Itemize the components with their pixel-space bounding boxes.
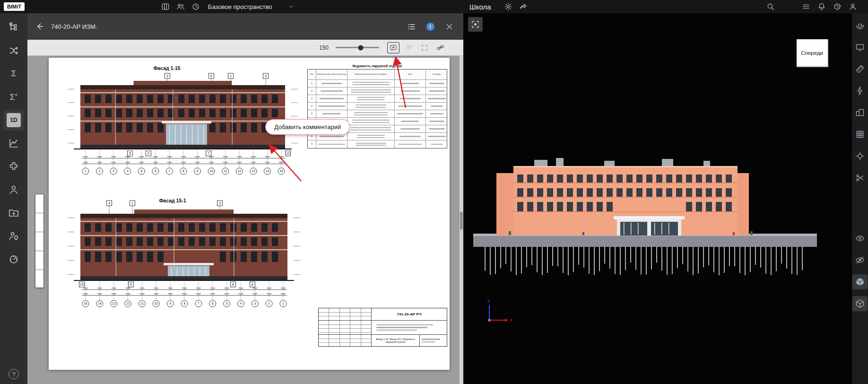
recent-clock-icon[interactable] [833, 2, 842, 11]
menu-icon[interactable] [801, 2, 811, 11]
locate-icon[interactable] [852, 148, 868, 164]
vertical-scrollbar[interactable] [460, 56, 463, 384]
app-logo[interactable]: BIMiT [4, 2, 25, 11]
notifications-bell-icon[interactable] [817, 2, 826, 11]
add-comment-button[interactable] [387, 42, 399, 53]
space-selector-label: Базовое пространство [208, 3, 272, 10]
comment-list-icon[interactable] [403, 42, 415, 54]
search-button[interactable] [766, 0, 775, 13]
svg-text:14: 14 [266, 169, 269, 173]
svg-text:11: 11 [224, 169, 227, 173]
eye-off-icon[interactable] [852, 253, 868, 268]
link-lock-icon[interactable] [434, 42, 446, 54]
chevron-down-icon [288, 4, 294, 9]
orbit-icon[interactable] [852, 18, 868, 33]
user-icon[interactable] [3, 179, 24, 200]
svg-text:8: 8 [183, 302, 185, 305]
close-icon[interactable] [443, 21, 455, 32]
zoom-slider-thumb[interactable] [358, 45, 364, 50]
clip-scissors-icon[interactable] [852, 170, 868, 185]
right-toolbar [852, 13, 868, 384]
eye-icon[interactable] [852, 231, 868, 246]
svg-text:10: 10 [210, 169, 214, 173]
svg-text:1: 1 [282, 302, 284, 305]
sheet-caption: Фасад 1-15, Фасад 15-1. Ведомость наружн… [372, 335, 419, 346]
measure-icon[interactable] [852, 61, 868, 77]
chart-icon[interactable] [3, 133, 24, 154]
plugins-icon[interactable] [3, 156, 24, 177]
finish-table: Ведомость наружной отделки Поз.Наименова… [307, 63, 447, 148]
finish-table-row: 9 [308, 140, 447, 148]
facade-bottom-title: Фасад 15-1 [144, 198, 201, 203]
cube-solid-icon[interactable] [852, 274, 868, 289]
svg-text:8: 8 [182, 169, 184, 173]
focus-target-button[interactable] [468, 17, 483, 32]
bolt-icon[interactable] [852, 83, 868, 98]
viewport-3d[interactable]: ZX Спереди [463, 13, 852, 384]
viewer-header: 740-20-АР ИЗМ. [27, 13, 463, 40]
svg-text:7: 7 [198, 302, 200, 305]
drawing-canvas[interactable]: 1234567891011121314153514527101514131211… [27, 56, 463, 384]
drawing-page: 1234567891011121314153514527101514131211… [49, 58, 450, 370]
svg-text:1: 1 [131, 201, 133, 205]
sheet-list-icon[interactable] [406, 21, 417, 32]
svg-text:13: 13 [252, 169, 255, 173]
finish-table-row: 5 [308, 110, 447, 118]
profile-icon[interactable] [848, 2, 858, 11]
finish-table-header: Поз.Наименование элемента фасадаНаименов… [308, 70, 447, 80]
binding-stamp-strip [35, 194, 44, 288]
apps-icon[interactable] [161, 2, 170, 11]
svg-text:10: 10 [286, 152, 290, 155]
viewcube-front-face[interactable]: Спереди [797, 39, 828, 67]
svg-text:14: 14 [98, 302, 102, 305]
links-icon[interactable] [3, 40, 24, 61]
svg-text:12: 12 [238, 169, 242, 173]
svg-text:7: 7 [169, 169, 171, 173]
svg-text:6: 6 [212, 302, 214, 305]
svg-text:4: 4 [127, 169, 129, 173]
gauge-icon[interactable] [3, 249, 24, 270]
space-selector[interactable]: Базовое пространство [208, 0, 294, 13]
svg-text:9: 9 [197, 169, 199, 173]
zoom-slider[interactable] [336, 47, 379, 48]
model-structure-icon[interactable] [3, 17, 24, 38]
title-block-cells [319, 308, 372, 320]
users-icon[interactable] [176, 2, 185, 11]
finish-table-row: 4 [308, 103, 447, 110]
user-location-icon[interactable] [3, 226, 24, 246]
cube-wire-icon[interactable] [852, 296, 868, 311]
svg-text:10: 10 [155, 302, 158, 305]
history-icon[interactable] [191, 2, 200, 11]
svg-text:3: 3 [166, 74, 168, 78]
svg-text:1: 1 [85, 169, 87, 173]
mode-1d-button[interactable]: 1D [3, 110, 24, 131]
fullscreen-icon[interactable] [418, 42, 431, 54]
sum-icon[interactable]: Σ [3, 63, 24, 84]
search-icon [766, 2, 775, 11]
title-block-cells [319, 321, 372, 334]
help-button[interactable]: ? [9, 369, 19, 379]
svg-text:3: 3 [219, 201, 221, 205]
svg-text:Z: Z [487, 299, 490, 304]
finish-table-row: 1 [308, 80, 447, 87]
share-icon[interactable] [519, 2, 528, 11]
svg-text:4: 4 [240, 302, 242, 305]
svg-text:1: 1 [230, 74, 232, 78]
svg-text:5: 5 [210, 74, 212, 78]
screen-icon[interactable] [852, 40, 868, 55]
mode-1d-label: 1D [7, 113, 21, 127]
settings-gear-icon[interactable] [503, 2, 513, 11]
svg-text:8: 8 [232, 283, 234, 286]
back-button[interactable] [34, 21, 45, 32]
sum-add-icon[interactable]: Σ+ [3, 87, 24, 107]
info-icon[interactable] [425, 21, 436, 32]
shared-folder-icon[interactable] [3, 202, 24, 223]
buildings-icon[interactable] [852, 105, 868, 120]
facade-top-title: Фасад 1-15 [139, 65, 195, 71]
scrollbar-thumb[interactable] [460, 212, 463, 230]
section-icon[interactable] [852, 127, 868, 142]
svg-text:6: 6 [252, 283, 253, 286]
title-block-description [372, 321, 447, 334]
left-toolbar: Σ Σ+ 1D ? [0, 13, 27, 384]
svg-text:15: 15 [279, 169, 283, 173]
